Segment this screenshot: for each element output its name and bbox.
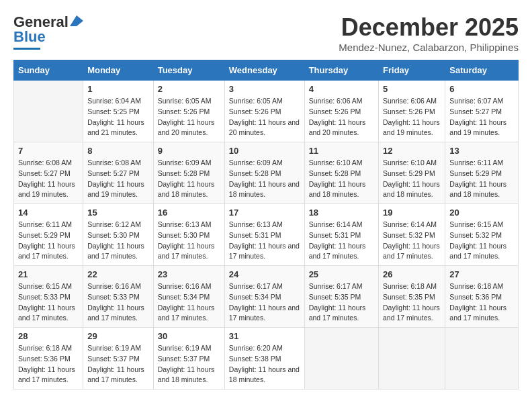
calendar-cell: 9Sunrise: 6:09 AMSunset: 5:28 PMDaylight… [153, 142, 224, 204]
day-number: 10 [229, 146, 300, 156]
location-subtitle: Mendez-Nunez, Calabarzon, Philippines [339, 42, 519, 53]
svg-marker-0 [70, 15, 83, 26]
day-detail: Sunrise: 6:18 AMSunset: 5:36 PMDaylight:… [18, 343, 79, 385]
week-row-4: 21Sunrise: 6:15 AMSunset: 5:33 PMDayligh… [14, 266, 519, 328]
header-row: SundayMondayTuesdayWednesdayThursdayFrid… [14, 60, 519, 81]
day-detail: Sunrise: 6:11 AMSunset: 5:29 PMDaylight:… [449, 158, 514, 200]
calendar-cell: 24Sunrise: 6:17 AMSunset: 5:34 PMDayligh… [224, 266, 304, 328]
calendar-cell: 20Sunrise: 6:15 AMSunset: 5:32 PMDayligh… [445, 204, 519, 266]
day-detail: Sunrise: 6:14 AMSunset: 5:32 PMDaylight:… [383, 220, 441, 262]
month-title: December 2025 [339, 13, 519, 42]
day-detail: Sunrise: 6:18 AMSunset: 5:36 PMDaylight:… [449, 281, 514, 324]
col-header-saturday: Saturday [445, 60, 519, 81]
day-detail: Sunrise: 6:09 AMSunset: 5:28 PMDaylight:… [158, 158, 220, 200]
logo: General Blue [13, 13, 83, 50]
day-detail: Sunrise: 6:11 AMSunset: 5:29 PMDaylight:… [18, 220, 79, 262]
day-detail: Sunrise: 6:15 AMSunset: 5:33 PMDaylight:… [18, 281, 79, 324]
col-header-friday: Friday [379, 60, 445, 81]
calendar-cell: 27Sunrise: 6:18 AMSunset: 5:36 PMDayligh… [445, 266, 519, 328]
col-header-thursday: Thursday [304, 60, 378, 81]
day-detail: Sunrise: 6:15 AMSunset: 5:32 PMDaylight:… [449, 220, 514, 262]
calendar-cell: 4Sunrise: 6:06 AMSunset: 5:26 PMDaylight… [304, 81, 378, 142]
day-number: 5 [383, 84, 441, 94]
day-detail: Sunrise: 6:13 AMSunset: 5:31 PMDaylight:… [229, 220, 300, 262]
col-header-sunday: Sunday [14, 60, 83, 81]
calendar-cell: 5Sunrise: 6:06 AMSunset: 5:26 PMDaylight… [379, 81, 445, 142]
col-header-wednesday: Wednesday [224, 60, 304, 81]
day-detail: Sunrise: 6:12 AMSunset: 5:30 PMDaylight:… [87, 220, 149, 262]
day-detail: Sunrise: 6:06 AMSunset: 5:26 PMDaylight:… [383, 96, 441, 138]
calendar-cell: 21Sunrise: 6:15 AMSunset: 5:33 PMDayligh… [14, 266, 83, 328]
day-number: 9 [158, 146, 220, 156]
calendar-table: SundayMondayTuesdayWednesdayThursdayFrid… [13, 60, 519, 390]
day-number: 29 [87, 331, 149, 341]
calendar-cell: 12Sunrise: 6:10 AMSunset: 5:29 PMDayligh… [379, 142, 445, 204]
day-detail: Sunrise: 6:08 AMSunset: 5:27 PMDaylight:… [18, 158, 79, 200]
day-detail: Sunrise: 6:06 AMSunset: 5:26 PMDaylight:… [309, 96, 374, 138]
calendar-cell: 1Sunrise: 6:04 AMSunset: 5:25 PMDaylight… [83, 81, 154, 142]
day-detail: Sunrise: 6:13 AMSunset: 5:30 PMDaylight:… [158, 220, 220, 262]
day-detail: Sunrise: 6:19 AMSunset: 5:37 PMDaylight:… [87, 343, 149, 385]
calendar-cell: 2Sunrise: 6:05 AMSunset: 5:26 PMDaylight… [153, 81, 224, 142]
day-number: 19 [383, 208, 441, 218]
day-detail: Sunrise: 6:10 AMSunset: 5:28 PMDaylight:… [309, 158, 374, 200]
day-number: 26 [383, 269, 441, 279]
day-detail: Sunrise: 6:19 AMSunset: 5:37 PMDaylight:… [158, 343, 220, 385]
day-detail: Sunrise: 6:10 AMSunset: 5:29 PMDaylight:… [383, 158, 441, 200]
week-row-1: 1Sunrise: 6:04 AMSunset: 5:25 PMDaylight… [14, 81, 519, 142]
day-detail: Sunrise: 6:16 AMSunset: 5:33 PMDaylight:… [87, 281, 149, 324]
calendar-cell: 7Sunrise: 6:08 AMSunset: 5:27 PMDaylight… [14, 142, 83, 204]
calendar-cell: 22Sunrise: 6:16 AMSunset: 5:33 PMDayligh… [83, 266, 154, 328]
logo-icon [70, 15, 83, 26]
day-number: 2 [158, 84, 220, 94]
week-row-2: 7Sunrise: 6:08 AMSunset: 5:27 PMDaylight… [14, 142, 519, 204]
calendar-cell: 6Sunrise: 6:07 AMSunset: 5:27 PMDaylight… [445, 81, 519, 142]
calendar-cell [379, 328, 445, 390]
day-number: 12 [383, 146, 441, 156]
day-detail: Sunrise: 6:14 AMSunset: 5:31 PMDaylight:… [309, 220, 374, 262]
calendar-cell: 10Sunrise: 6:09 AMSunset: 5:28 PMDayligh… [224, 142, 304, 204]
day-number: 27 [449, 269, 514, 279]
logo-underline [13, 48, 40, 50]
day-detail: Sunrise: 6:07 AMSunset: 5:27 PMDaylight:… [449, 96, 514, 138]
day-number: 25 [309, 269, 374, 279]
day-number: 15 [87, 208, 149, 218]
day-number: 18 [309, 208, 374, 218]
day-number: 3 [229, 84, 300, 94]
day-detail: Sunrise: 6:17 AMSunset: 5:34 PMDaylight:… [229, 281, 300, 324]
day-number: 23 [158, 269, 220, 279]
calendar-cell [14, 81, 83, 142]
day-detail: Sunrise: 6:09 AMSunset: 5:28 PMDaylight:… [229, 158, 300, 200]
calendar-cell: 19Sunrise: 6:14 AMSunset: 5:32 PMDayligh… [379, 204, 445, 266]
day-number: 28 [18, 331, 79, 341]
title-area: December 2025 Mendez-Nunez, Calabarzon, … [339, 13, 519, 53]
day-number: 30 [158, 331, 220, 341]
calendar-cell: 14Sunrise: 6:11 AMSunset: 5:29 PMDayligh… [14, 204, 83, 266]
calendar-cell: 25Sunrise: 6:17 AMSunset: 5:35 PMDayligh… [304, 266, 378, 328]
calendar-cell [445, 328, 519, 390]
calendar-cell [304, 328, 378, 390]
day-number: 8 [87, 146, 149, 156]
day-number: 14 [18, 208, 79, 218]
calendar-cell: 15Sunrise: 6:12 AMSunset: 5:30 PMDayligh… [83, 204, 154, 266]
day-number: 16 [158, 208, 220, 218]
calendar-cell: 11Sunrise: 6:10 AMSunset: 5:28 PMDayligh… [304, 142, 378, 204]
day-detail: Sunrise: 6:17 AMSunset: 5:35 PMDaylight:… [309, 281, 374, 324]
day-detail: Sunrise: 6:20 AMSunset: 5:38 PMDaylight:… [229, 343, 300, 385]
calendar-cell: 8Sunrise: 6:08 AMSunset: 5:27 PMDaylight… [83, 142, 154, 204]
calendar-cell: 18Sunrise: 6:14 AMSunset: 5:31 PMDayligh… [304, 204, 378, 266]
calendar-cell: 13Sunrise: 6:11 AMSunset: 5:29 PMDayligh… [445, 142, 519, 204]
calendar-cell: 30Sunrise: 6:19 AMSunset: 5:37 PMDayligh… [153, 328, 224, 390]
day-detail: Sunrise: 6:05 AMSunset: 5:26 PMDaylight:… [229, 96, 300, 138]
day-detail: Sunrise: 6:16 AMSunset: 5:34 PMDaylight:… [158, 281, 220, 324]
calendar-cell: 31Sunrise: 6:20 AMSunset: 5:38 PMDayligh… [224, 328, 304, 390]
calendar-cell: 16Sunrise: 6:13 AMSunset: 5:30 PMDayligh… [153, 204, 224, 266]
day-detail: Sunrise: 6:18 AMSunset: 5:35 PMDaylight:… [383, 281, 441, 324]
day-detail: Sunrise: 6:04 AMSunset: 5:25 PMDaylight:… [87, 96, 149, 138]
calendar-cell: 17Sunrise: 6:13 AMSunset: 5:31 PMDayligh… [224, 204, 304, 266]
day-number: 1 [87, 84, 149, 94]
day-number: 22 [87, 269, 149, 279]
day-number: 17 [229, 208, 300, 218]
day-number: 31 [229, 331, 300, 341]
day-number: 21 [18, 269, 79, 279]
